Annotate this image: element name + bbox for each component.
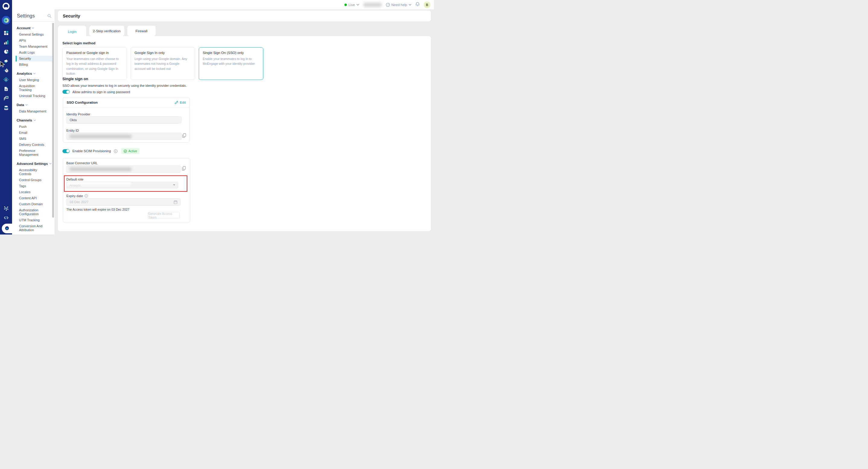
tab-2-step-verification[interactable]: 2-Step verification bbox=[89, 26, 124, 36]
rail-bottom-group bbox=[0, 204, 12, 234]
sidebar-item-delivery-controls[interactable]: Delivery Controls bbox=[17, 142, 48, 148]
tab-firewall[interactable]: Firewall bbox=[127, 26, 156, 36]
sidebar-item-billing[interactable]: Billing bbox=[17, 62, 48, 68]
expiry-date-label-row: Expiry date bbox=[66, 194, 88, 198]
need-help-menu[interactable]: ? Need help bbox=[386, 3, 411, 7]
sidebar-item-content-api[interactable]: Content API bbox=[17, 195, 48, 201]
sidebar-item-data-management[interactable]: Data Management bbox=[17, 108, 48, 114]
sidebar-item-user-merging[interactable]: User Merging bbox=[17, 77, 48, 83]
admin-password-toggle[interactable] bbox=[62, 90, 70, 94]
bell-icon bbox=[415, 2, 420, 7]
sidebar-item-acquisition-tracking[interactable]: Acquisition Tracking bbox=[17, 83, 48, 93]
svg-text:?: ? bbox=[387, 3, 388, 6]
divider bbox=[63, 107, 189, 108]
document-icon bbox=[4, 87, 8, 91]
create-button[interactable]: + bbox=[0, 16, 12, 25]
copy-icon bbox=[182, 133, 186, 138]
option-password-or-google[interactable]: Password or Google sign in Your teammate… bbox=[62, 47, 127, 80]
tab-login[interactable]: Login bbox=[58, 26, 86, 38]
edit-sso-button[interactable]: Edit bbox=[175, 101, 186, 104]
moengage-logo bbox=[2, 3, 10, 10]
sidebar-item-locales[interactable]: Locales bbox=[17, 189, 48, 195]
sidebar-item-segments[interactable] bbox=[0, 47, 12, 56]
sidebar-item-analytics[interactable] bbox=[0, 38, 12, 46]
sidebar-item-data[interactable] bbox=[0, 103, 12, 112]
info-icon[interactable] bbox=[85, 194, 88, 198]
user-target-icon bbox=[3, 77, 9, 82]
entity-id-label: Entity ID bbox=[66, 129, 79, 132]
sidebar-item-custom-domain[interactable]: Custom Domain bbox=[17, 201, 48, 207]
option-title: Password or Google sign in bbox=[66, 51, 123, 55]
scim-toggle-label: Enable SCIM Provisioning bbox=[72, 149, 111, 153]
sidebar-item-utm-tracking[interactable]: UTM Tracking bbox=[17, 217, 48, 223]
network-icon bbox=[4, 206, 9, 211]
plus-icon: + bbox=[4, 18, 9, 23]
sidebar-item-push[interactable]: Push bbox=[17, 124, 48, 130]
chevron-down-icon bbox=[33, 120, 36, 121]
entity-id-input bbox=[66, 133, 182, 140]
gear-icon bbox=[4, 226, 10, 232]
sidebar-item-integrations[interactable] bbox=[0, 204, 12, 212]
sso-description: SSO allows your teammates to log in secu… bbox=[62, 84, 187, 88]
chevron-down-icon bbox=[173, 184, 176, 186]
sidebar-item-dashboard[interactable] bbox=[0, 29, 12, 37]
edit-label: Edit bbox=[180, 101, 186, 104]
copy-entity-id-button[interactable] bbox=[182, 133, 186, 139]
calendar-icon bbox=[174, 200, 177, 204]
sidebar-item-developer[interactable] bbox=[0, 213, 12, 222]
expiry-date-label: Expiry date bbox=[66, 194, 83, 198]
sidebar-item-preference-management[interactable]: Preference Management bbox=[17, 148, 48, 158]
environment-switcher[interactable]: Live bbox=[344, 3, 359, 7]
sidebar-item-sms[interactable]: SMS bbox=[17, 136, 48, 142]
info-icon[interactable] bbox=[114, 149, 118, 153]
sidebar-item-uninstall-tracking[interactable]: Uninstall Tracking bbox=[17, 93, 48, 99]
environment-label: Live bbox=[348, 3, 355, 7]
nav-section-channels[interactable]: Channels bbox=[17, 119, 52, 122]
chevron-down-icon bbox=[49, 163, 52, 165]
sidebar-item-conversion-attribution[interactable]: Conversion And Attribution bbox=[17, 223, 48, 233]
sidebar-item-authorization-configuration[interactable]: Authorization Configuration bbox=[17, 207, 48, 217]
nav-section-advanced-settings[interactable]: Advanced Settings bbox=[17, 162, 52, 165]
search-icon[interactable] bbox=[48, 14, 52, 19]
sidebar-item-templates[interactable] bbox=[0, 85, 12, 93]
chevron-down-icon bbox=[409, 4, 411, 6]
nav-section-account[interactable]: Account bbox=[17, 26, 52, 30]
nav-section-analytics[interactable]: Analytics bbox=[17, 72, 52, 75]
sidebar-item-accessibility-controls[interactable]: Accessibility Controls bbox=[17, 167, 48, 177]
generate-access-token-button[interactable]: Generate Access Token bbox=[148, 212, 180, 219]
scim-provisioning-toggle[interactable] bbox=[62, 149, 70, 153]
sidebar-item-general-settings[interactable]: General Settings bbox=[17, 32, 48, 37]
copy-base-connector-button[interactable] bbox=[182, 166, 186, 172]
sidebar-item-tags[interactable]: Tags bbox=[17, 183, 48, 189]
user-avatar[interactable]: B bbox=[424, 1, 430, 8]
single-sign-on-heading: Single sign on bbox=[62, 77, 88, 81]
chevron-down-icon bbox=[32, 27, 34, 29]
expiry-date-input[interactable]: 03 Dec 2027 bbox=[66, 198, 181, 206]
login-method-options: Password or Google sign in Your teammate… bbox=[62, 47, 263, 80]
scim-toggle-row: Enable SCIM Provisioning Active bbox=[62, 148, 140, 154]
sidebar-item-content[interactable] bbox=[0, 94, 12, 102]
option-google-only[interactable]: Google Sign In only Login using your Goo… bbox=[131, 47, 195, 80]
sidebar-item-audience[interactable] bbox=[0, 75, 12, 84]
need-help-label: Need help bbox=[392, 3, 407, 7]
sidebar-item-apis[interactable]: APIs bbox=[17, 38, 48, 43]
notifications-bell[interactable] bbox=[415, 2, 420, 8]
nav-section-data[interactable]: Data bbox=[17, 103, 52, 107]
sidebar-item-audit-logs[interactable]: Audit Logs bbox=[17, 50, 48, 56]
sidebar-item-settings-active[interactable] bbox=[0, 224, 12, 234]
expiry-date-value: 03 Dec 2027 bbox=[70, 200, 88, 204]
settings-header: Settings bbox=[12, 0, 55, 22]
help-icon: ? bbox=[386, 3, 390, 7]
option-title: Single Sign On (SSO) only bbox=[203, 51, 259, 55]
left-icon-rail: + bbox=[0, 0, 12, 234]
sidebar-item-security[interactable]: Security bbox=[16, 56, 53, 62]
settings-scrollbar[interactable] bbox=[52, 23, 54, 217]
sidebar-item-email[interactable]: Email bbox=[17, 130, 48, 136]
option-description: Enable your teammates to log in to MoEng… bbox=[203, 56, 259, 66]
sidebar-item-team-management[interactable]: Team Management bbox=[17, 44, 48, 49]
default-role-select[interactable]: Analyst bbox=[66, 182, 178, 189]
moengage-logo-icon[interactable] bbox=[0, 2, 12, 10]
sidebar-item-control-groups[interactable]: Control Groups bbox=[17, 177, 48, 183]
base-connector-url-label: Base Connector URL bbox=[66, 161, 98, 165]
option-sso-only-selected[interactable]: Single Sign On (SSO) only Enable your te… bbox=[199, 47, 263, 80]
